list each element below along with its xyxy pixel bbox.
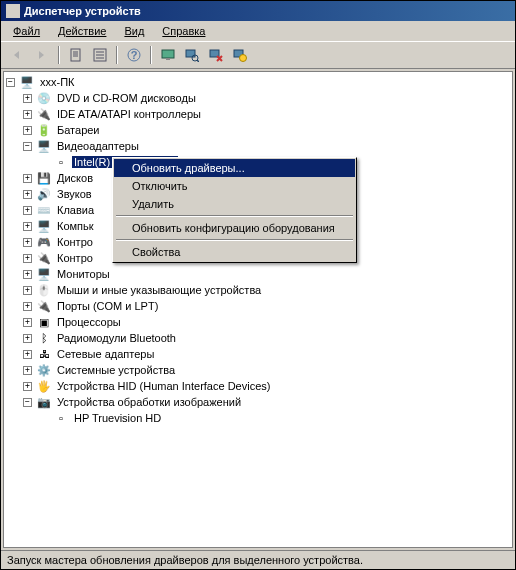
expander-icon[interactable]: + <box>23 366 32 375</box>
node-label: xxx-ПК <box>38 76 76 88</box>
svg-rect-12 <box>186 50 195 57</box>
svg-rect-0 <box>71 49 80 61</box>
back-button <box>7 45 29 65</box>
menu-action[interactable]: Действие <box>50 23 114 39</box>
menu-view[interactable]: Вид <box>116 23 152 39</box>
expander-icon[interactable]: + <box>23 318 32 327</box>
tree-node[interactable]: +⚙️Системные устройства <box>6 362 510 378</box>
expander-icon[interactable]: + <box>23 206 32 215</box>
device-category-icon: 🖥️ <box>36 139 52 153</box>
scan-icon <box>185 48 199 62</box>
toolbar-button-1[interactable] <box>65 45 87 65</box>
toolbar-button-2[interactable] <box>89 45 111 65</box>
expander-icon[interactable]: + <box>23 254 32 263</box>
device-category-icon: 🔊 <box>36 187 52 201</box>
monitor-icon <box>161 48 175 62</box>
tree-node[interactable]: +🖐️Устройства HID (Human Interface Devic… <box>6 378 510 394</box>
expander-icon[interactable]: + <box>23 334 32 343</box>
node-label: Устройства обработки изображений <box>55 396 243 408</box>
expander-icon[interactable]: + <box>23 126 32 135</box>
menu-file[interactable]: Файл <box>5 23 48 39</box>
node-label: Контро <box>55 252 95 264</box>
node-label: Порты (COM и LPT) <box>55 300 160 312</box>
device-tree[interactable]: − 🖥️ xxx-ПК +💿DVD и CD-ROM дисководы+🔌ID… <box>3 71 513 548</box>
expander-icon[interactable]: + <box>23 94 32 103</box>
node-label: IDE ATA/ATAPI контроллеры <box>55 108 203 120</box>
tree-node[interactable]: +🔌IDE ATA/ATAPI контроллеры <box>6 106 510 122</box>
tree-leaf[interactable]: ▫HP Truevision HD <box>6 410 510 426</box>
tree-node[interactable]: +🔋Батареи <box>6 122 510 138</box>
computer-icon: 🖥️ <box>19 75 35 89</box>
help-icon: ? <box>127 48 141 62</box>
statusbar: Запуск мастера обновления драйверов для … <box>1 550 515 569</box>
svg-rect-11 <box>166 58 170 60</box>
tree-node[interactable]: +▣Процессоры <box>6 314 510 330</box>
expander-icon[interactable]: + <box>23 286 32 295</box>
expander-icon[interactable]: − <box>6 78 15 87</box>
tree-node[interactable]: +🖧Сетевые адаптеры <box>6 346 510 362</box>
device-category-icon: ᛒ <box>36 331 52 345</box>
disable-icon <box>233 48 247 62</box>
status-text: Запуск мастера обновления драйверов для … <box>7 554 363 566</box>
expander-icon[interactable]: + <box>23 190 32 199</box>
tree-root[interactable]: − 🖥️ xxx-ПК <box>6 74 510 90</box>
tree-node[interactable]: +🖱️Мыши и иные указывающие устройства <box>6 282 510 298</box>
device-category-icon: ⚙️ <box>36 363 52 377</box>
svg-point-17 <box>240 55 247 62</box>
node-label: Компьк <box>55 220 96 232</box>
menubar: Файл Действие Вид Справка <box>1 21 515 41</box>
tree-node[interactable]: +ᛒРадиомодули Bluetooth <box>6 330 510 346</box>
scan-button[interactable] <box>181 45 203 65</box>
ctx-update-drivers[interactable]: Обновить драйверы... <box>114 159 355 177</box>
ctx-delete[interactable]: Удалить <box>114 195 355 213</box>
expander-icon[interactable]: + <box>23 270 32 279</box>
tree-node[interactable]: +💿DVD и CD-ROM дисководы <box>6 90 510 106</box>
context-menu: Обновить драйверы... Отключить Удалить О… <box>112 157 357 263</box>
node-label: Сетевые адаптеры <box>55 348 156 360</box>
toolbar-button-3[interactable] <box>157 45 179 65</box>
expander-icon[interactable]: + <box>23 110 32 119</box>
device-category-icon: ▣ <box>36 315 52 329</box>
expander-icon[interactable]: + <box>23 174 32 183</box>
page-icon <box>69 48 83 62</box>
node-label: Мониторы <box>55 268 112 280</box>
uninstall-button[interactable] <box>205 45 227 65</box>
node-label: Системные устройства <box>55 364 177 376</box>
expander-icon[interactable]: − <box>23 398 32 407</box>
uninstall-icon <box>209 48 223 62</box>
device-category-icon: 💾 <box>36 171 52 185</box>
ctx-properties[interactable]: Свойства <box>114 243 355 261</box>
node-label: Радиомодули Bluetooth <box>55 332 178 344</box>
expander-icon[interactable]: + <box>23 238 32 247</box>
device-category-icon: 🔌 <box>36 107 52 121</box>
node-label: Устройства HID (Human Interface Devices) <box>55 380 272 392</box>
tree-node[interactable]: −📷Устройства обработки изображений <box>6 394 510 410</box>
node-label: Контро <box>55 236 95 248</box>
help-button[interactable]: ? <box>123 45 145 65</box>
svg-line-14 <box>197 60 199 62</box>
arrow-left-icon <box>11 49 25 61</box>
expander-icon[interactable]: + <box>23 302 32 311</box>
arrow-right-icon <box>35 49 49 61</box>
device-category-icon: 🖥️ <box>36 219 52 233</box>
ctx-disable[interactable]: Отключить <box>114 177 355 195</box>
list-icon <box>93 48 107 62</box>
device-category-icon: 🖱️ <box>36 283 52 297</box>
expander-icon[interactable]: + <box>23 382 32 391</box>
tree-node[interactable]: +🖥️Мониторы <box>6 266 510 282</box>
device-icon: ▫ <box>53 411 69 425</box>
tree-node[interactable]: −🖥️Видеоадаптеры <box>6 138 510 154</box>
node-label: Видеоадаптеры <box>55 140 141 152</box>
ctx-refresh-config[interactable]: Обновить конфигурацию оборудования <box>114 219 355 237</box>
svg-rect-10 <box>162 50 174 58</box>
expander-icon[interactable]: − <box>23 142 32 151</box>
node-label: Процессоры <box>55 316 123 328</box>
toolbar-button-4[interactable] <box>229 45 251 65</box>
expander-icon[interactable]: + <box>23 222 32 231</box>
device-category-icon: 🖧 <box>36 347 52 361</box>
device-category-icon: 💿 <box>36 91 52 105</box>
expander-icon[interactable]: + <box>23 350 32 359</box>
menu-help[interactable]: Справка <box>154 23 213 39</box>
device-category-icon: 📷 <box>36 395 52 409</box>
tree-node[interactable]: +🔌Порты (COM и LPT) <box>6 298 510 314</box>
